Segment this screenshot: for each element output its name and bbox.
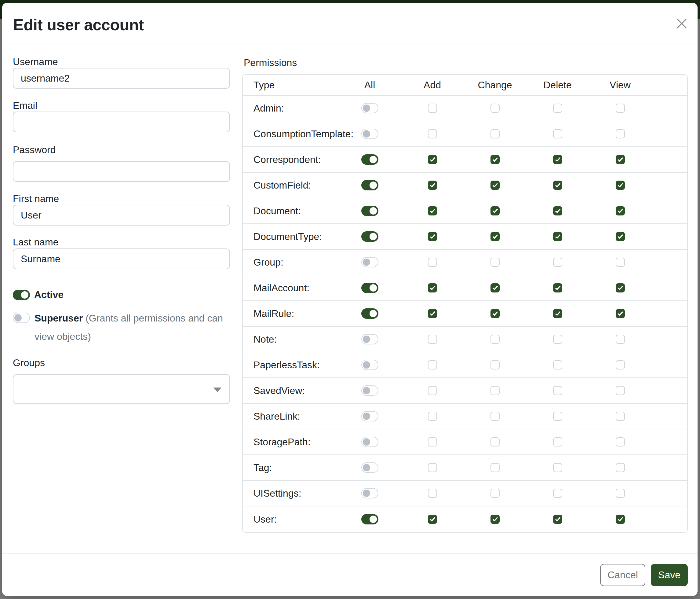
permission-view-checkbox[interactable] — [616, 360, 625, 369]
permission-delete-checkbox[interactable] — [553, 232, 562, 241]
permission-all-toggle[interactable] — [361, 231, 378, 242]
permission-all-toggle[interactable] — [361, 103, 378, 113]
permission-all-toggle[interactable] — [361, 129, 378, 139]
permission-change-checkbox[interactable] — [491, 437, 500, 447]
permission-view-checkbox[interactable] — [616, 386, 625, 395]
permission-view-checkbox[interactable] — [616, 181, 625, 190]
permission-change-checkbox[interactable] — [491, 155, 500, 164]
close-button[interactable] — [674, 16, 689, 31]
permission-delete-checkbox[interactable] — [553, 489, 562, 498]
permission-delete-checkbox[interactable] — [553, 437, 562, 447]
permission-delete-checkbox[interactable] — [553, 335, 562, 344]
permission-add-checkbox[interactable] — [428, 437, 437, 447]
toggle-knob — [363, 361, 370, 368]
permission-add-checkbox[interactable] — [428, 181, 437, 190]
permission-change-checkbox[interactable] — [491, 360, 500, 369]
permission-all-toggle[interactable] — [361, 437, 378, 447]
permission-view-checkbox[interactable] — [616, 335, 625, 344]
permission-change-checkbox[interactable] — [491, 129, 500, 139]
permission-change-checkbox[interactable] — [491, 206, 500, 215]
permission-view-checkbox[interactable] — [616, 514, 625, 524]
permission-all-toggle[interactable] — [361, 411, 378, 422]
permission-view-checkbox[interactable] — [616, 206, 625, 215]
permission-add-checkbox[interactable] — [428, 206, 437, 215]
permission-change-checkbox[interactable] — [491, 463, 500, 472]
permission-change-checkbox[interactable] — [491, 335, 500, 344]
permission-add-checkbox[interactable] — [428, 463, 437, 472]
permission-add-checkbox[interactable] — [428, 309, 437, 318]
permission-delete-checkbox[interactable] — [553, 386, 562, 395]
permission-view-checkbox[interactable] — [616, 258, 625, 267]
permission-delete-checkbox[interactable] — [553, 155, 562, 164]
permission-add-checkbox[interactable] — [428, 232, 437, 241]
permission-add-checkbox[interactable] — [428, 129, 437, 139]
email-input[interactable] — [13, 112, 230, 132]
permission-view-checkbox[interactable] — [616, 129, 625, 139]
permission-add-checkbox[interactable] — [428, 283, 437, 292]
permission-add-checkbox[interactable] — [428, 155, 437, 164]
permission-change-checkbox[interactable] — [491, 309, 500, 318]
last-name-input[interactable] — [13, 248, 230, 269]
permission-delete-checkbox[interactable] — [553, 309, 562, 318]
permission-change-checkbox[interactable] — [491, 386, 500, 395]
username-input[interactable] — [13, 68, 230, 89]
password-input[interactable] — [13, 161, 230, 182]
permission-delete-checkbox[interactable] — [553, 103, 562, 113]
permission-add-checkbox[interactable] — [428, 103, 437, 113]
permission-all-toggle[interactable] — [361, 488, 378, 499]
permission-delete-checkbox[interactable] — [553, 206, 562, 215]
permission-add-checkbox[interactable] — [428, 360, 437, 369]
permission-all-toggle[interactable] — [361, 308, 378, 319]
permission-all-toggle[interactable] — [361, 154, 378, 165]
permission-change-checkbox[interactable] — [491, 514, 500, 524]
permission-all-toggle[interactable] — [361, 360, 378, 370]
permission-change-checkbox[interactable] — [491, 258, 500, 267]
permission-change-checkbox[interactable] — [491, 232, 500, 241]
permission-all-toggle[interactable] — [361, 334, 378, 344]
permission-add-checkbox[interactable] — [428, 514, 437, 524]
permission-change-checkbox[interactable] — [491, 412, 500, 421]
permission-all-toggle[interactable] — [361, 462, 378, 473]
permission-add-checkbox[interactable] — [428, 489, 437, 498]
permission-view-checkbox[interactable] — [616, 489, 625, 498]
permission-delete-checkbox[interactable] — [553, 360, 562, 369]
groups-select[interactable] — [13, 374, 230, 404]
permission-all-toggle[interactable] — [361, 206, 378, 216]
permission-all-toggle[interactable] — [361, 257, 378, 267]
first-name-label: First name — [13, 193, 59, 204]
toggle-knob — [363, 130, 370, 138]
permission-add-checkbox[interactable] — [428, 258, 437, 267]
permission-all-toggle[interactable] — [361, 385, 378, 396]
permission-delete-checkbox[interactable] — [553, 514, 562, 524]
permission-view-checkbox[interactable] — [616, 437, 625, 447]
permission-view-checkbox[interactable] — [616, 309, 625, 318]
permission-view-checkbox[interactable] — [616, 103, 625, 113]
permission-view-checkbox[interactable] — [616, 283, 625, 292]
permission-view-checkbox[interactable] — [616, 155, 625, 164]
permission-all-toggle[interactable] — [361, 283, 378, 293]
permission-delete-checkbox[interactable] — [553, 412, 562, 421]
check-icon — [430, 233, 435, 239]
permission-view-checkbox[interactable] — [616, 412, 625, 421]
permission-add-checkbox[interactable] — [428, 386, 437, 395]
permission-delete-checkbox[interactable] — [553, 258, 562, 267]
active-toggle[interactable] — [13, 290, 30, 300]
permission-delete-checkbox[interactable] — [553, 181, 562, 190]
permission-add-checkbox[interactable] — [428, 335, 437, 344]
permission-change-checkbox[interactable] — [491, 489, 500, 498]
superuser-toggle[interactable] — [13, 313, 30, 323]
permission-all-toggle[interactable] — [361, 180, 378, 190]
permission-view-checkbox[interactable] — [616, 232, 625, 241]
permission-delete-checkbox[interactable] — [553, 283, 562, 292]
permission-delete-checkbox[interactable] — [553, 463, 562, 472]
first-name-input[interactable] — [13, 205, 230, 225]
permission-change-checkbox[interactable] — [491, 103, 500, 113]
permission-change-checkbox[interactable] — [491, 283, 500, 292]
permission-change-checkbox[interactable] — [491, 181, 500, 190]
permission-add-checkbox[interactable] — [428, 412, 437, 421]
permission-delete-checkbox[interactable] — [553, 129, 562, 139]
permission-all-toggle[interactable] — [361, 514, 378, 524]
cancel-button[interactable]: Cancel — [600, 564, 645, 586]
permission-view-checkbox[interactable] — [616, 463, 625, 472]
save-button[interactable]: Save — [651, 564, 688, 586]
